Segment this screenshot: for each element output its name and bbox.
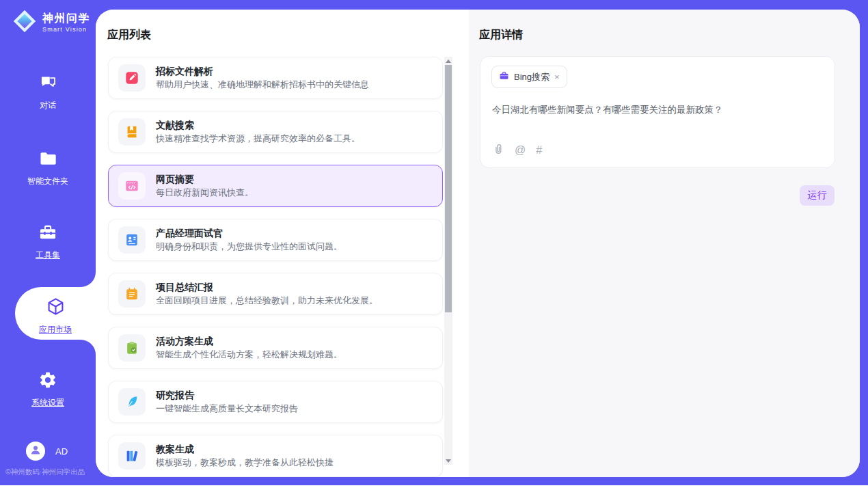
diamond-logo-icon [11,8,38,38]
app-name: 文献搜索 [156,120,360,131]
app-description: 智能生成个性化活动方案，轻松解决规划难题。 [156,350,342,360]
app-list-scrollbar[interactable] [444,57,452,465]
app-list: 招标文件解析 帮助用户快速、准确地理解和解析招标书中的关键信息 文献搜索 快速精… [108,57,443,477]
app-card-pm-interviewer[interactable]: 产品经理面试官 明确身份和职责，为您提供专业性的面试问题。 [108,219,443,261]
app-name: 活动方案生成 [156,336,342,347]
app-detail-panel: 应用详情 Bing搜索 × 今日湖北有哪些新闻要点？有哪些需要关注的最新政策？ [469,10,860,477]
avatar [26,442,45,461]
sidebar-item-chat[interactable]: 对话 [0,74,96,111]
app-card-project-summary[interactable]: 项目总结汇报 全面回顾项目进展，总结经验教训，助力未来优化发展。 [108,273,443,315]
sidebar-item-label: 智能文件夹 [27,176,68,187]
app-card-research-report[interactable]: 研究报告 一键智能生成高质量长文本研究报告 [108,381,443,423]
folder-icon [38,149,57,171]
scroll-down-arrow[interactable] [444,457,452,465]
run-button[interactable]: 运行 [800,185,835,206]
app-card-literature-search[interactable]: 文献搜索 快速精准查找学术资源，提高研究效率的必备工具。 [108,111,443,153]
app-description: 明确身份和职责，为您提供专业性的面试问题。 [156,242,342,252]
sidebar-item-smart-folder[interactable]: 智能文件夹 [0,149,96,187]
edit-pen-icon [118,64,146,92]
briefcase-icon [499,70,509,83]
app-card-event-plan[interactable]: 活动方案生成 智能生成个性化活动方案，轻松解决规划难题。 [108,327,443,369]
page-bottom-strip [0,485,868,488]
summary-note-icon [118,280,146,308]
chat-icon [39,74,57,95]
book-icon [118,118,146,146]
person-icon [29,444,42,459]
app-name: 项目总结汇报 [156,282,378,293]
composer-toolbar: @ # [492,143,542,158]
tool-tag-bing-search[interactable]: Bing搜索 × [491,66,567,88]
tool-tag-label: Bing搜索 [514,71,550,83]
quill-icon [118,388,146,416]
tab-curve-bottom [81,340,96,355]
browser-code-icon [118,172,146,200]
app-description: 一键智能生成高质量长文本研究报告 [156,404,298,414]
cube-icon [46,297,66,319]
sidebar: 神州问学 Smart Vision 对话 智能文件夹 [0,0,96,485]
brand-name: 神州问学 [42,12,90,25]
user-initials: AD [55,446,68,457]
app-description: 全面回顾项目进展，总结经验教训，助力未来优化发展。 [156,296,378,306]
app-card-bid-parse[interactable]: 招标文件解析 帮助用户快速、准确地理解和解析招标书中的关键信息 [108,57,443,99]
books-icon [118,442,146,470]
sidebar-item-label: 应用市场 [39,324,72,336]
app-list-panel: 应用列表 招标文件解析 帮助用户快速、准确地理解和解析招标书中的关键信息 [96,10,469,477]
app-card-web-summary[interactable]: 网页摘要 每日政府新闻资讯快查。 [108,165,443,207]
close-icon[interactable]: × [554,72,560,82]
toolbox-icon [38,223,57,245]
paperclip-icon[interactable] [492,143,504,158]
gear-icon [38,370,57,392]
app-description: 模板驱动，教案秒成，教学准备从此轻松快捷 [156,458,334,468]
sidebar-item-label: 工具集 [36,249,60,261]
sidebar-active-tab-background: 应用市场 [15,287,96,340]
content-panel: 应用列表 招标文件解析 帮助用户快速、准确地理解和解析招标书中的关键信息 [96,10,860,477]
scroll-up-arrow[interactable] [444,57,452,65]
hash-icon[interactable]: # [536,145,542,156]
app-name: 教案生成 [156,444,334,455]
user-account[interactable]: AD [26,442,68,461]
sidebar-item-toolset[interactable]: 工具集 [0,223,96,261]
sidebar-footer-credit: ©神州数码·神州问学出品 [5,467,85,477]
app-card-lesson-plan[interactable]: 教案生成 模板驱动，教案秒成，教学准备从此轻松快捷 [108,435,443,477]
prompt-card: Bing搜索 × 今日湖北有哪些新闻要点？有哪些需要关注的最新政策？ @ # [480,56,835,168]
sidebar-item-app-market[interactable]: 应用市场 [15,287,96,340]
app-name: 招标文件解析 [156,66,369,77]
app-description: 每日政府新闻资讯快查。 [156,188,254,198]
scrollbar-thumb[interactable] [445,65,452,312]
sidebar-item-label: 对话 [40,100,56,111]
tab-curve-top [81,272,96,287]
app-name: 研究报告 [156,390,298,401]
app-list-title: 应用列表 [107,28,151,42]
clipboard-check-icon [118,334,146,362]
sidebar-item-label: 系统设置 [31,397,64,409]
app-description: 帮助用户快速、准确地理解和解析招标书中的关键信息 [156,80,369,90]
app-detail-title: 应用详情 [479,28,523,42]
brand-subtitle: Smart Vision [42,26,90,33]
query-text[interactable]: 今日湖北有哪些新闻要点？有哪些需要关注的最新政策？ [492,104,820,117]
app-description: 快速精准查找学术资源，提高研究效率的必备工具。 [156,134,360,144]
interviewer-icon [118,226,146,254]
sidebar-item-settings[interactable]: 系统设置 [0,370,96,409]
app-name: 产品经理面试官 [156,228,342,239]
brand-logo: 神州问学 Smart Vision [11,8,90,38]
app-name: 网页摘要 [156,174,254,185]
mention-icon[interactable]: @ [515,145,526,156]
